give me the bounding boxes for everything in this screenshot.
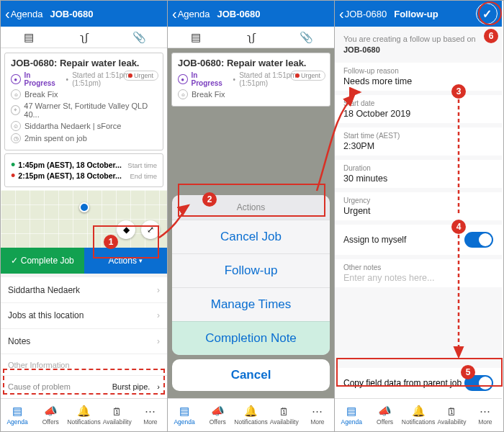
map-pin-icon [79,202,89,212]
tab-sign-icon[interactable]: ʅʃ [223,27,279,48]
more-icon: ⋯ [480,405,490,418]
header-title: JOB-0680 [48,9,94,19]
tab-details-icon[interactable]: ▤ [1,27,56,48]
job-title: JOB-0680: Repair water leak. [178,58,324,68]
nav-notifications[interactable]: 🔔Notifications [402,399,435,431]
nav-availability[interactable]: 🗓Availability [101,399,134,431]
nav-notifications[interactable]: 🔔Notifications [234,399,267,431]
tab-attach-icon[interactable]: 📎 [112,27,167,48]
check-icon: ✓ [11,256,18,266]
end-time-value[interactable]: 2:15pm (AEST), 18 October... [18,171,122,180]
agenda-icon: ▤ [346,405,356,418]
action-follow-up[interactable]: Follow-up [172,253,330,287]
chevron-right-icon: › [157,382,160,391]
nav-availability[interactable]: 🗓Availability [268,399,301,431]
urgent-pill: Urgent [290,71,325,81]
field-start-date[interactable]: Start date 18 October 2019 [335,95,502,123]
nav-agenda[interactable]: ▤Agenda [335,399,368,431]
action-manage-times[interactable]: Manage Times [172,287,330,321]
urgent-pill: Urgent [123,71,158,81]
nav-agenda[interactable]: ▤Agenda [168,399,201,431]
actions-button[interactable]: Actions ▾ [84,248,168,274]
more-icon: ⋯ [145,405,156,418]
nav-agenda[interactable]: ▤Agenda [1,399,34,431]
times-card: •1:45pm (AEST), 18 October... Start time… [4,153,163,187]
status-icon: ● [178,74,188,84]
bottom-nav: ▤Agenda 📣Offers 🔔Notifications 🗓Availabi… [1,398,167,431]
sheet-title: Actions [172,195,330,220]
field-duration[interactable]: Duration 30 minutes [335,160,502,188]
field-assign-myself[interactable]: Assign to myself [335,225,502,255]
map-expand-button[interactable]: ⤢ [141,220,160,239]
tab-details-icon[interactable]: ▤ [168,27,223,48]
offers-icon: 📣 [211,405,225,418]
complete-job-button[interactable]: ✓Complete Job [1,248,84,274]
bell-icon: 🔔 [244,405,258,418]
assign-toggle[interactable] [464,232,493,248]
copy-field-data-row[interactable]: Copy field data from parent job [335,368,502,398]
tab-sign-icon[interactable]: ʅʃ [56,27,112,48]
clock-icon: ◷ [11,133,21,143]
chevron-left-icon: ‹ [339,6,344,21]
more-icon: ⋯ [312,405,323,418]
chevron-right-icon: › [157,336,160,346]
field-urgency[interactable]: Urgency Urgent [335,192,502,220]
nav-more[interactable]: ⋯More [469,399,502,431]
screen-1: ‹Agenda JOB-0680 ▤ ʅʃ 📎 JOB-0680: Repair… [1,1,168,431]
calendar-icon: 🗓 [446,405,457,418]
field-other-notes[interactable]: Other notes Enter any notes here... [335,259,502,287]
category-icon: ⌾ [178,89,188,99]
offers-icon: 📣 [44,405,58,418]
button-row: ✓Complete Job Actions ▾ [1,248,167,274]
field-start-time[interactable]: Start time (AEST) 2:30PM [335,127,502,156]
nav-offers[interactable]: 📣Offers [201,399,234,431]
action-cancel[interactable]: Cancel [172,359,330,391]
back-button[interactable]: ‹Agenda [1,1,48,27]
nav-more[interactable]: ⋯More [301,399,334,431]
chevron-down-icon: ▾ [139,257,143,264]
header: ‹JOB-0680 Follow-up ✓ [335,1,502,27]
screen-2: ‹Agenda JOB-0680 ▤ ʅʃ 📎 JOB-0680: Repair… [168,1,335,431]
chevron-left-icon: ‹ [5,6,10,21]
intro-text: You are creating a follow up based on JO… [335,27,502,63]
category-icon: ⌾ [11,89,21,99]
start-time-label: Start time [127,161,157,169]
start-time-value[interactable]: 1:45pm (AEST), 18 October... [18,161,122,169]
back-button[interactable]: ‹Agenda [168,1,215,27]
bell-icon: 🔔 [77,405,91,418]
job-address: 47 Warner St, Fortitude Valley QLD 40... [24,102,157,119]
cause-of-problem-row[interactable]: Cause of problem Burst pipe. › [1,375,167,398]
contact-row[interactable]: Siddartha Nedaerk› [1,277,167,303]
header: ‹Agenda JOB-0680 [1,1,167,27]
action-sheet: Actions Cancel Job Follow-up Manage Time… [172,195,330,391]
confirm-button[interactable]: ✓ [476,3,498,24]
map-nav-button[interactable]: ◆ [117,220,135,239]
action-completion-note[interactable]: Completion Note [172,321,330,355]
nav-availability[interactable]: 🗓Availability [435,399,468,431]
agenda-icon: ▤ [179,405,189,418]
status-icon: ● [11,74,21,84]
bottom-nav: ▤Agenda 📣Offers 🔔Notifications 🗓Availabi… [335,398,502,431]
job-card: JOB-0680: Repair water leak. ●In Progres… [171,53,330,107]
person-icon: ☺ [11,121,21,131]
nav-offers[interactable]: 📣Offers [368,399,401,431]
nav-notifications[interactable]: 🔔Notifications [67,399,100,431]
follow-up-form: You are creating a follow up based on JO… [335,27,502,398]
nav-offers[interactable]: 📣Offers [34,399,67,431]
jobs-location-row[interactable]: Jobs at this location› [1,303,167,329]
calendar-icon: 🗓 [112,405,122,418]
check-icon: ✓ [482,7,492,21]
notes-placeholder: Enter any notes here... [343,273,493,283]
action-cancel-job[interactable]: Cancel Job [172,220,330,253]
notes-row[interactable]: Notes› [1,329,167,355]
map[interactable]: ◆ ⤢ [1,190,167,248]
back-button[interactable]: ‹JOB-0680 [335,1,391,27]
copy-toggle[interactable] [464,375,493,391]
tab-attach-icon[interactable]: 📎 [279,27,334,48]
header-title: Follow-up [391,9,438,19]
field-reason[interactable]: Follow-up reason Needs more time [335,63,502,91]
other-info-heading: Other Information [1,354,167,374]
nav-more[interactable]: ⋯More [134,399,167,431]
chevron-left-icon: ‹ [172,6,177,21]
offers-icon: 📣 [378,405,392,418]
